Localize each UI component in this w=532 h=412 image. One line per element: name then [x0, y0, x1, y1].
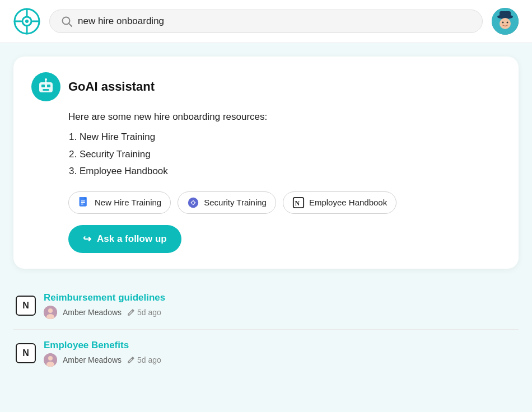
- svg-line-8: [69, 24, 72, 26]
- header: [0, 0, 532, 43]
- list-item-3: Employee Handbook: [80, 163, 501, 180]
- svg-rect-17: [47, 85, 50, 87]
- svg-point-27: [192, 202, 195, 204]
- result-meta-1: Amber Meadows 5d ago: [44, 306, 516, 319]
- svg-text:N: N: [295, 199, 300, 207]
- svg-rect-11: [500, 11, 511, 18]
- goai-list: New Hire Training Security Training Empl…: [68, 129, 501, 180]
- search-bar[interactable]: [49, 10, 483, 33]
- search-input[interactable]: [78, 16, 471, 27]
- main-content: GoAI assistant Here are some new hire on…: [0, 43, 532, 377]
- result-meta-2: Amber Meadows 5d ago: [44, 353, 516, 367]
- user-avatar-image: [492, 8, 519, 35]
- notion-result-icon-1: N: [16, 296, 36, 316]
- svg-point-6: [25, 20, 29, 23]
- follow-up-button[interactable]: ↪ Ask a follow up: [68, 225, 181, 253]
- result-content-1: Reimbursement guidelines Amber Meadows: [44, 292, 516, 319]
- result-time-2: 5d ago: [127, 355, 161, 364]
- goai-header: GoAI assistant: [31, 72, 501, 101]
- svg-rect-15: [39, 82, 53, 92]
- goai-intro: Here are some new hire onboarding resour…: [68, 109, 501, 124]
- chip-new-hire-training[interactable]: New Hire Training: [68, 191, 171, 214]
- notion-icon-chip: N: [292, 196, 305, 209]
- chip-security-label: Security Training: [204, 198, 267, 207]
- chip-handbook-label: Employee Handbook: [309, 198, 387, 207]
- result-item[interactable]: N Reimbursement guidelines Amber Meadows: [13, 282, 519, 330]
- author-avatar-img-2: [44, 353, 57, 367]
- goai-title: GoAI assistant: [68, 79, 155, 94]
- svg-rect-23: [81, 200, 85, 201]
- robot-icon: [36, 77, 56, 97]
- result-time-1: 5d ago: [127, 308, 161, 317]
- results-list: N Reimbursement guidelines Amber Meadows: [13, 282, 519, 377]
- google-docs-icon: [78, 196, 90, 209]
- result-item-2[interactable]: N Employee Benefits Amber Meadows: [13, 330, 519, 377]
- result-title-2: Employee Benefits: [44, 340, 516, 351]
- chip-new-hire-label: New Hire Training: [95, 198, 161, 207]
- app-logo-icon: [13, 8, 40, 35]
- follow-up-label: Ask a follow up: [97, 233, 167, 245]
- goai-avatar: [31, 72, 60, 101]
- logo: [13, 8, 40, 35]
- svg-point-14: [507, 22, 508, 24]
- search-icon: [61, 16, 72, 27]
- result-author-avatar-1: [44, 306, 57, 319]
- svg-point-12: [500, 18, 511, 29]
- svg-point-20: [45, 78, 47, 81]
- author-avatar-img-1: [44, 306, 57, 319]
- svg-rect-25: [81, 204, 84, 204]
- svg-point-13: [502, 22, 504, 24]
- result-title-1: Reimbursement guidelines: [44, 292, 516, 303]
- goai-card: GoAI assistant Here are some new hire on…: [13, 57, 519, 269]
- svg-line-33: [132, 310, 133, 311]
- list-item-1: New Hire Training: [80, 129, 501, 146]
- goai-body: Here are some new hire onboarding resour…: [68, 109, 501, 180]
- svg-rect-16: [41, 85, 45, 87]
- svg-point-35: [48, 356, 53, 360]
- chip-security-training[interactable]: Security Training: [178, 191, 276, 214]
- result-content-2: Employee Benefits Amber Meadows: [44, 340, 516, 367]
- svg-rect-18: [43, 89, 49, 91]
- pencil-icon-2: [127, 356, 135, 364]
- pencil-icon-1: [127, 308, 135, 316]
- result-author-1: Amber Meadows: [63, 308, 122, 317]
- svg-point-31: [48, 308, 53, 313]
- linear-icon: [187, 196, 199, 209]
- chip-employee-handbook[interactable]: N Employee Handbook: [283, 191, 396, 214]
- list-item-2: Security Training: [80, 146, 501, 163]
- result-author-2: Amber Meadows: [63, 355, 122, 364]
- notion-result-icon-2: N: [16, 343, 36, 363]
- resource-chips: New Hire Training Security Training N: [68, 191, 501, 214]
- svg-line-37: [132, 358, 133, 359]
- result-author-avatar-2: [44, 353, 57, 367]
- follow-up-arrow-icon: ↪: [83, 233, 91, 245]
- svg-rect-24: [81, 202, 85, 203]
- avatar[interactable]: [492, 8, 519, 35]
